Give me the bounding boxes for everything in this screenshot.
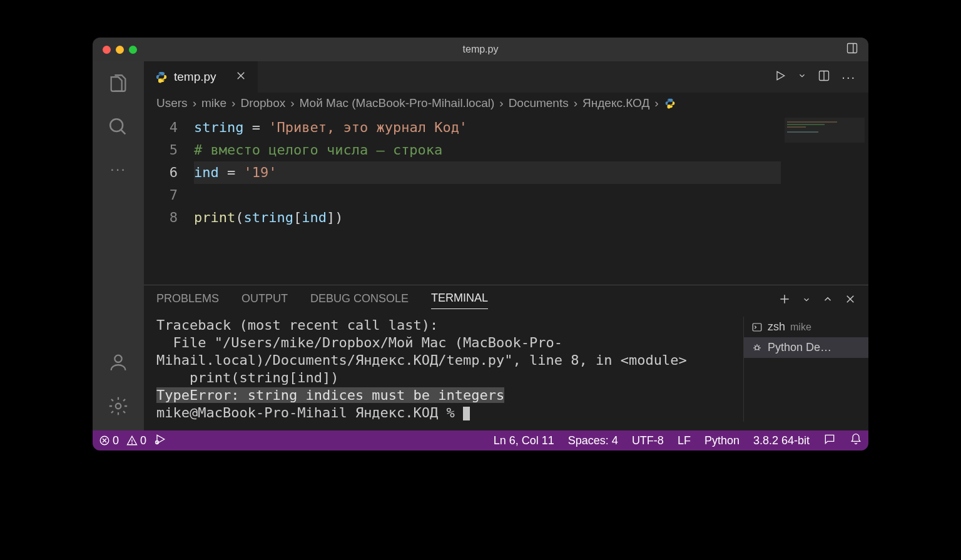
breadcrumb[interactable]: Users› mike› Dropbox› Мой Mac (MacBook-P… — [144, 93, 868, 114]
status-spaces[interactable]: Spaces: 4 — [568, 434, 618, 447]
tab-terminal[interactable]: TERMINAL — [431, 292, 488, 309]
feedback-icon[interactable] — [823, 433, 836, 449]
terminal-item-python-debug[interactable]: Python De… — [744, 337, 868, 358]
tab-temp-py[interactable]: temp.py — [144, 61, 258, 93]
svg-marker-8 — [777, 71, 785, 79]
breadcrumb-item[interactable]: Яндекс.КОД — [582, 96, 649, 110]
window-minimize-button[interactable] — [116, 46, 124, 54]
svg-line-23 — [758, 349, 760, 350]
svg-marker-29 — [157, 435, 165, 443]
status-lncol[interactable]: Ln 6, Col 11 — [494, 434, 554, 447]
status-python-version[interactable]: 3.8.2 64-bit — [753, 434, 810, 447]
svg-line-21 — [758, 345, 760, 347]
status-eol[interactable]: LF — [678, 434, 691, 447]
more-icon[interactable]: ··· — [110, 160, 126, 178]
terminal-icon — [751, 322, 763, 333]
account-icon[interactable] — [108, 352, 129, 375]
svg-rect-0 — [848, 44, 857, 53]
breadcrumb-item[interactable]: Users — [156, 96, 188, 110]
breadcrumb-item[interactable]: Documents — [509, 96, 569, 110]
tab-label: temp.py — [174, 70, 216, 84]
tab-close-icon[interactable] — [235, 70, 247, 84]
status-warnings[interactable]: 0 — [126, 434, 146, 447]
panel-maximize-icon[interactable] — [822, 293, 833, 308]
svg-line-20 — [755, 345, 756, 347]
line-gutter: 4 5 6 7 8 — [144, 116, 194, 285]
split-editor-icon[interactable] — [818, 69, 830, 84]
vscode-window: temp.py ··· — [93, 38, 868, 451]
run-dropdown-icon[interactable] — [798, 71, 806, 83]
status-language[interactable]: Python — [704, 434, 740, 447]
explorer-icon[interactable] — [108, 73, 129, 96]
python-file-icon — [664, 97, 676, 109]
terminal-output[interactable]: Traceback (most recent call last): File … — [156, 317, 743, 422]
minimap[interactable] — [781, 114, 868, 285]
warning-icon — [126, 435, 138, 446]
svg-point-28 — [132, 443, 133, 444]
tabs-row: temp.py ··· — [144, 61, 868, 93]
code-content[interactable]: string = 'Привет, это журнал Код' # вмес… — [194, 116, 781, 285]
panel-close-icon[interactable] — [845, 293, 856, 308]
terminal-item-zsh[interactable]: zsh mike — [744, 317, 868, 337]
status-bar: 0 0 Ln 6, Col 11 Spaces: 4 UTF-8 LF Pyth… — [93, 430, 868, 451]
panel-tabs: PROBLEMS OUTPUT DEBUG CONSOLE TERMINAL — [144, 285, 868, 313]
terminal-list: zsh mike Python De… — [743, 317, 868, 422]
window-maximize-button[interactable] — [129, 46, 137, 54]
breadcrumb-item[interactable]: Dropbox — [240, 96, 285, 110]
editor-group: temp.py ··· — [144, 61, 868, 430]
svg-line-22 — [755, 349, 756, 350]
terminal-item-label: Python De… — [768, 341, 831, 354]
tab-problems[interactable]: PROBLEMS — [156, 292, 219, 309]
breadcrumb-item[interactable]: Мой Mac (MacBook-Pro-Mihail.local) — [300, 96, 495, 110]
title-bar: temp.py — [93, 38, 868, 61]
window-close-button[interactable] — [103, 46, 111, 54]
window-title: temp.py — [93, 44, 868, 55]
python-file-icon — [155, 71, 168, 83]
run-button[interactable] — [774, 69, 786, 84]
terminal-cursor — [463, 407, 470, 420]
activity-bar: ··· — [93, 61, 144, 430]
svg-point-16 — [755, 346, 759, 350]
svg-point-2 — [110, 119, 123, 131]
debug-start-icon[interactable] — [154, 433, 166, 449]
tab-debug-console[interactable]: DEBUG CONSOLE — [310, 292, 409, 309]
error-icon — [99, 435, 110, 446]
traffic-lights — [103, 46, 137, 54]
terminal-dropdown-icon[interactable] — [802, 294, 811, 307]
more-actions-icon[interactable]: ··· — [842, 70, 856, 84]
status-errors[interactable]: 0 — [99, 434, 119, 447]
status-encoding[interactable]: UTF-8 — [632, 434, 664, 447]
editor[interactable]: 4 5 6 7 8 string = 'Привет, это журнал К… — [144, 114, 868, 285]
svg-point-5 — [116, 404, 121, 409]
breadcrumb-item[interactable]: mike — [201, 96, 226, 110]
settings-gear-icon[interactable] — [108, 395, 129, 419]
svg-line-3 — [121, 130, 125, 134]
tab-output[interactable]: OUTPUT — [242, 292, 288, 309]
terminal-item-label: zsh — [768, 320, 785, 333]
new-terminal-icon[interactable] — [778, 293, 791, 308]
svg-rect-15 — [753, 323, 761, 331]
bug-icon — [751, 342, 763, 354]
notifications-icon[interactable] — [850, 433, 862, 449]
terminal-item-sub: mike — [790, 322, 811, 333]
svg-point-4 — [114, 355, 121, 362]
layout-toggle-icon[interactable] — [846, 42, 858, 57]
panel: PROBLEMS OUTPUT DEBUG CONSOLE TERMINAL T… — [144, 285, 868, 430]
search-icon[interactable] — [108, 116, 129, 140]
